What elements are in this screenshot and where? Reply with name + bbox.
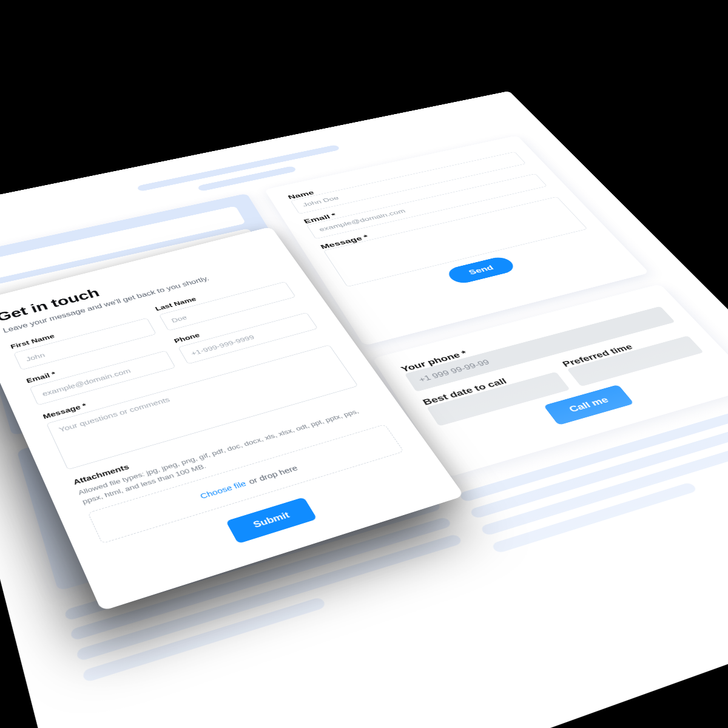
drop-here-text: or drop here [247, 463, 299, 485]
submit-button[interactable]: Submit [226, 497, 317, 544]
choose-file-link[interactable]: Choose file [198, 479, 248, 500]
